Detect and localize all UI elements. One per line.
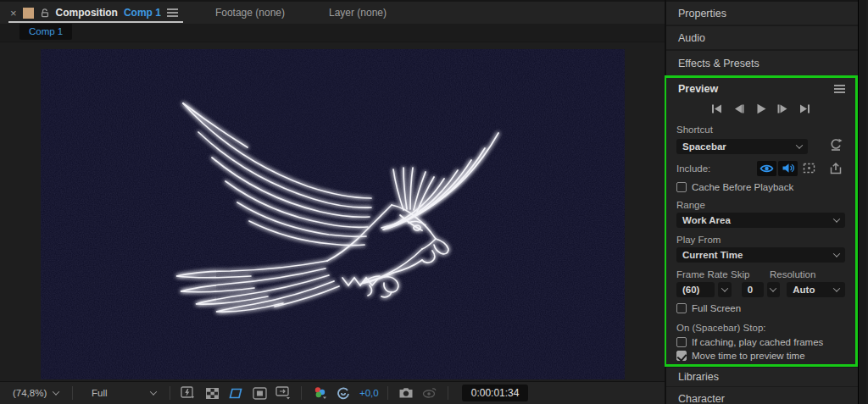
viewer-toolbar: (74,8%) Full xyxy=(0,381,665,404)
move-time-checkbox[interactable]: Move time to preview time xyxy=(676,351,845,361)
mask-visibility-button[interactable] xyxy=(250,385,269,401)
play-button[interactable] xyxy=(752,102,770,116)
resolution-label: Resolution xyxy=(770,269,815,279)
subtab-comp1[interactable]: Comp 1 xyxy=(19,24,72,40)
full-screen-label: Full Screen xyxy=(692,303,741,313)
comp-subtab-row: Comp 1 xyxy=(0,24,665,42)
skip-dropdown[interactable]: 0 xyxy=(742,282,764,297)
next-frame-button[interactable] xyxy=(774,102,792,116)
range-dropdown[interactable]: Work Area xyxy=(676,213,845,228)
comp-color-swatch-icon xyxy=(23,8,34,19)
include-video-toggle[interactable] xyxy=(757,161,776,176)
frame-rate-dropdown[interactable]: (60) xyxy=(676,282,715,297)
tab-layer[interactable]: Layer (none) xyxy=(319,2,397,24)
magnification-value: (74,8%) xyxy=(13,388,47,398)
viewport-area xyxy=(0,42,665,381)
shortcut-value: Spacebar xyxy=(682,141,726,152)
resolution-dropdown[interactable]: Full xyxy=(86,386,161,400)
last-frame-button[interactable] xyxy=(796,102,814,116)
overlays-icon xyxy=(803,163,815,174)
on-spacebar-stop-label: On (Spacebar) Stop: xyxy=(676,323,845,333)
transparency-grid-button[interactable] xyxy=(203,385,221,401)
cache-before-playback-checkbox[interactable]: Cache Before Playback xyxy=(676,182,845,192)
tab-composition-label: Composition xyxy=(56,7,118,19)
fast-previews-button[interactable] xyxy=(179,385,198,401)
panel-menu-icon[interactable] xyxy=(167,8,178,17)
if-caching-label: If caching, play cached frames xyxy=(692,337,823,347)
preview-panel-menu-icon[interactable] xyxy=(834,85,845,93)
panel-header-character[interactable]: Character xyxy=(666,387,858,404)
region-of-interest-button[interactable] xyxy=(226,385,245,401)
chevron-down-icon xyxy=(53,388,59,395)
panel-header-properties[interactable]: Properties xyxy=(666,2,858,26)
move-time-label: Move time to preview time xyxy=(692,351,805,361)
viewer-tab-bar: × Composition Comp 1 Footage (none) Laye… xyxy=(0,0,665,24)
close-tab-icon[interactable]: × xyxy=(10,8,17,19)
exposure-value[interactable]: +0,0 xyxy=(359,388,379,398)
frame-rate-chevron[interactable] xyxy=(718,282,732,297)
right-scrollbar-strip[interactable] xyxy=(858,0,866,404)
resolution-preview-value: Auto xyxy=(793,285,815,295)
play-from-dropdown[interactable]: Current Time xyxy=(676,247,845,263)
composition-viewer-panel: × Composition Comp 1 Footage (none) Laye… xyxy=(0,0,666,404)
include-label: Include: xyxy=(676,163,710,174)
eagle-artwork xyxy=(41,49,625,379)
resolution-preview-dropdown[interactable]: Auto xyxy=(787,282,845,297)
unlock-icon[interactable] xyxy=(40,8,50,18)
checkbox-checked-icon xyxy=(676,351,687,361)
preview-panel-title[interactable]: Preview xyxy=(678,83,718,95)
full-screen-checkbox[interactable]: Full Screen xyxy=(676,303,845,313)
skip-value: 0 xyxy=(748,285,753,295)
current-timecode[interactable]: 0:00:01:34 xyxy=(462,385,529,401)
checkbox-icon xyxy=(676,303,687,313)
exposure-reset-icon[interactable] xyxy=(334,385,353,401)
panel-header-libraries[interactable]: Libraries xyxy=(666,367,858,387)
frame-rate-label: Frame Rate xyxy=(676,269,731,279)
composition-canvas[interactable] xyxy=(41,49,625,379)
range-label: Range xyxy=(676,200,845,210)
first-frame-button[interactable] xyxy=(708,102,726,116)
tab-composition[interactable]: × Composition Comp 1 xyxy=(0,2,186,24)
skip-chevron[interactable] xyxy=(767,282,781,297)
eye-icon xyxy=(760,163,774,174)
cache-before-playback-label: Cache Before Playback xyxy=(692,182,793,192)
range-value: Work Area xyxy=(682,215,731,225)
speaker-icon xyxy=(782,163,795,174)
magnification-dropdown[interactable]: (74,8%) xyxy=(8,386,64,400)
show-snapshot-button[interactable] xyxy=(420,385,439,401)
active-tab-underline xyxy=(8,21,183,23)
panel-header-effects-presets[interactable]: Effects & Presets xyxy=(666,51,858,75)
play-from-label: Play From xyxy=(676,235,845,245)
transport-controls xyxy=(676,102,845,116)
channel-rgb-button[interactable] xyxy=(310,385,329,401)
include-overlays-toggle[interactable] xyxy=(799,161,818,176)
shortcut-label: Shortcut xyxy=(676,125,845,135)
shortcut-dropdown[interactable]: Spacebar xyxy=(676,139,808,154)
share-frame-button[interactable] xyxy=(826,161,845,176)
reset-icon[interactable] xyxy=(828,138,843,155)
include-audio-toggle[interactable] xyxy=(778,161,798,176)
preview-panel-highlighted: Preview xyxy=(664,75,858,367)
previous-frame-button[interactable] xyxy=(730,102,748,116)
frame-rate-value: (60) xyxy=(682,285,699,295)
snapshot-camera-button[interactable] xyxy=(397,385,415,401)
tab-composition-target: Comp 1 xyxy=(124,7,161,19)
play-from-value: Current Time xyxy=(682,250,743,260)
chevron-down-icon xyxy=(150,388,157,395)
panel-header-audio[interactable]: Audio xyxy=(666,26,858,51)
after-effects-window: × Composition Comp 1 Footage (none) Laye… xyxy=(0,0,868,404)
if-caching-checkbox[interactable]: If caching, play cached frames xyxy=(676,337,845,347)
checkbox-icon xyxy=(676,182,687,192)
resolution-value: Full xyxy=(92,388,108,398)
view-layout-button[interactable] xyxy=(274,385,292,401)
right-panel-stack: Properties Audio Effects & Presets Previ… xyxy=(666,0,858,404)
share-icon xyxy=(829,163,843,174)
tab-footage[interactable]: Footage (none) xyxy=(205,2,295,24)
checkbox-icon xyxy=(676,337,687,347)
skip-label: Skip xyxy=(731,269,770,279)
